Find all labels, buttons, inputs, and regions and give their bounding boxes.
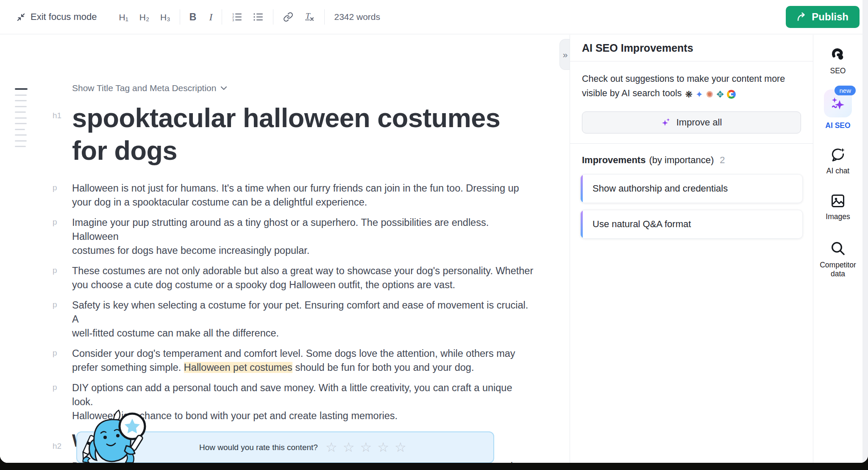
minimap-line [15, 146, 26, 147]
new-badge: new [835, 86, 856, 95]
bullet-list-button[interactable] [253, 11, 264, 22]
ordered-list-button[interactable]: 1 2 3 [231, 11, 242, 22]
toolbar-divider [324, 9, 325, 25]
word-count: 2342 words [334, 12, 380, 22]
minimap-line [15, 95, 27, 96]
improvements-header: Improvements (by importance) 2 [582, 155, 801, 166]
clear-formatting-button[interactable]: T [304, 11, 315, 22]
meta-description-toggle[interactable]: Show Title Tag and Meta Description [72, 82, 227, 94]
article-title[interactable]: spooktacular halloween costumes for dogs [72, 102, 535, 167]
minimap-line [15, 123, 27, 124]
meta-toggle-label: Show Title Tag and Meta Description [72, 83, 216, 93]
star-icon[interactable]: ☆ [377, 441, 389, 454]
toolbar-divider [222, 9, 222, 25]
gemini-icon: ✦ [696, 90, 703, 99]
block-marker: h2 [53, 442, 69, 451]
document-editor[interactable]: Show Title Tag and Meta Description h1 s… [0, 35, 570, 463]
block-marker: p [53, 348, 69, 358]
highlighted-keyword[interactable]: Halloween pet costumes [184, 362, 292, 373]
star-icon[interactable]: ☆ [343, 441, 355, 454]
sidebar-item-ai-chat[interactable]: AI chat [813, 147, 862, 175]
minimap-line [15, 134, 27, 136]
minimap-line [15, 111, 26, 113]
improvement-card-authorship[interactable]: Show authorship and credentials [580, 174, 803, 203]
sidebar-item-label: Images [813, 212, 862, 221]
svg-text:3: 3 [232, 18, 234, 22]
block-marker: p [53, 300, 69, 309]
block-marker: h1 [53, 111, 69, 120]
star-icon[interactable]: ☆ [326, 441, 337, 454]
publish-button[interactable]: Publish [786, 6, 860, 28]
document-minimap[interactable] [15, 88, 28, 152]
minimap-line [15, 88, 28, 90]
mascot-illustration [79, 409, 152, 463]
sidebar-item-seo[interactable]: SEO [813, 47, 862, 75]
block-marker: p [53, 217, 69, 227]
paragraph[interactable]: Safety is key when selecting a costume f… [72, 298, 535, 340]
google-icon [727, 90, 736, 99]
improve-all-button[interactable]: Improve all [582, 111, 801, 133]
ai-panel-description: Check out suggestions to make your conte… [582, 72, 801, 100]
sparkles-icon [661, 117, 671, 128]
star-icon[interactable]: ☆ [360, 441, 372, 454]
paragraph[interactable]: Imagine your pup strutting around as a t… [72, 216, 535, 258]
heading2-button[interactable]: H₂ [139, 13, 149, 22]
description-line2: visible by AI search tools [582, 88, 682, 98]
panel-divider [570, 143, 813, 144]
openai-icon: ❋ [685, 90, 693, 99]
ai-seo-active-tile: new [824, 89, 852, 117]
star-icon[interactable]: ☆ [395, 441, 406, 454]
sidebar-item-label: AI SEO [813, 121, 862, 130]
heading1-button[interactable]: H₁ [119, 13, 128, 22]
ai-chat-icon [830, 147, 846, 163]
block-marker: p [53, 266, 69, 275]
ai-panel-header: AI SEO Improvements [570, 35, 813, 61]
block-marker: p [53, 383, 69, 392]
window-edge-strip [862, 0, 868, 463]
ai-seo-panel: AI SEO Improvements Check out suggestion… [570, 35, 813, 463]
heading3-button[interactable]: H₃ [160, 13, 170, 22]
publish-arrow-icon [797, 12, 807, 22]
sidebar-item-label: AI chat [813, 167, 862, 175]
link-button[interactable] [283, 11, 294, 22]
perplexity-icon: ✥ [716, 90, 724, 99]
chevron-down-icon [220, 86, 227, 90]
collapse-panel-button[interactable]: » [559, 39, 570, 70]
ai-sparkles-icon [830, 95, 846, 111]
rating-question: How would you rate this content? [199, 443, 318, 452]
block-marker: p [53, 461, 69, 463]
minimap-line [15, 100, 27, 101]
toolbar-divider [273, 9, 273, 25]
paragraph[interactable]: Halloween is not just for humans. It's a… [72, 181, 535, 209]
sidebar-item-label: Competitor data [817, 261, 859, 278]
top-toolbar: Exit focus mode H₁ H₂ H₃ B I 1 2 3 [0, 0, 868, 34]
paragraph[interactable]: These costumes are not only adorable but… [72, 264, 535, 292]
magnifier-icon [829, 240, 846, 257]
improvement-card-label: Use natural Q&A format [593, 219, 691, 230]
improvement-card-qa-format[interactable]: Use natural Q&A format [580, 210, 803, 239]
right-sidebar: SEO new AI SEO AI chat [813, 35, 862, 463]
improvement-card-label: Show authorship and credentials [593, 183, 728, 194]
improvements-importance-note: (by importance) [649, 155, 714, 166]
minimap-line [15, 117, 27, 119]
svg-text:T: T [306, 11, 311, 20]
sidebar-item-images[interactable]: Images [813, 193, 862, 221]
bold-button[interactable]: B [189, 12, 197, 22]
seo-logo-icon [830, 47, 846, 63]
minimap-line [15, 106, 27, 107]
collapse-arrows-icon [15, 11, 26, 22]
italic-button[interactable]: I [209, 12, 212, 22]
paragraph-with-highlight[interactable]: Consider your dog's temperament and comf… [72, 347, 535, 375]
sidebar-item-label: SEO [813, 67, 862, 75]
rating-stars: ☆ ☆ ☆ ☆ ☆ [326, 441, 406, 454]
ai-tool-icons: ❋✦✺✥ [685, 90, 735, 99]
sidebar-item-ai-seo[interactable]: new AI SEO [813, 89, 862, 130]
images-icon [830, 193, 846, 209]
app-window: Exit focus mode H₁ H₂ H₃ B I 1 2 3 [0, 0, 868, 463]
exit-focus-mode-button[interactable]: Exit focus mode [15, 11, 97, 22]
minimap-line [15, 140, 27, 142]
claude-icon: ✺ [706, 90, 714, 99]
sidebar-item-competitor-data[interactable]: Competitor data [813, 240, 862, 278]
paragraph-text: should be fun for both you and your dog. [292, 362, 474, 373]
publish-label: Publish [812, 11, 849, 23]
